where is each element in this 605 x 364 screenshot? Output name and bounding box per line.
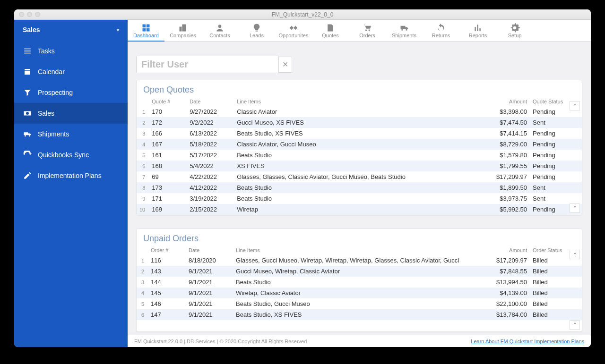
document-icon [325,23,336,33]
row-date: 9/1/2021 [186,266,233,277]
chevron-up-icon: ˄ [574,103,576,109]
list-icon [23,46,32,56]
col-quote-date: Date [187,97,234,106]
row-items: Classic Aviator, Gucci Museo [234,139,483,150]
table-row[interactable]: 51615/17/2022Beats Studio$1,579.80Pendin… [137,150,582,161]
toolbar-item-dashboard[interactable]: Dashboard [128,20,164,42]
content-scroll[interactable]: ✕ Open Quotes Quote # Date Line Items [128,42,591,335]
table-row[interactable]: 51469/1/2021Beats Studio, Gucci Museo$22… [137,298,582,309]
sidebar-item-label: Implementation Plans [38,172,102,179]
row-date: 6/13/2022 [187,128,234,139]
row-index: 9 [137,193,149,204]
table-row[interactable]: 21729/2/2022Gucci Museo, XS FIVES$7,474.… [137,117,582,128]
sidebar-item-implementation-plans[interactable]: Implementation Plans [14,165,128,186]
row-id: 173 [149,182,187,193]
table-row[interactable]: 7694/22/2022Glasses, Glasses, Classic Av… [137,171,582,182]
row-index: 6 [137,309,148,320]
sidebar-item-prospecting[interactable]: Prospecting [14,82,128,103]
row-id: 168 [149,161,187,171]
open-quotes-title: Open Quotes [137,85,582,97]
row-items: Beats Studio [234,182,483,193]
toolbar-item-setup[interactable]: Setup [496,20,533,42]
row-items: Beats Studio, XS FIVES [234,128,483,139]
quotes-scroll-up[interactable]: ˄ [570,101,580,110]
row-amount: $13,994.50 [483,277,530,288]
table-row[interactable]: 31666/13/2022Beats Studio, XS FIVES$7,41… [137,128,582,139]
close-icon: ✕ [282,60,288,69]
row-id: 146 [148,298,186,309]
toolbar-item-label: Returns [432,33,450,38]
clear-filter-button[interactable]: ✕ [279,57,292,73]
toolbar-item-returns[interactable]: Returns [423,20,459,42]
row-items: Beats Studio [234,150,483,161]
row-date: 9/1/2021 [186,298,233,309]
row-amount: $17,209.97 [483,255,530,266]
table-row[interactable]: 21439/1/2021Gucci Museo, Wiretap, Classi… [137,266,582,277]
row-items: Beats Studio, Gucci Museo [233,298,483,309]
toolbar-item-shipments[interactable]: Shipments [386,20,423,42]
table-row[interactable]: 41675/18/2022Classic Aviator, Gucci Muse… [137,139,582,150]
filter-user-input[interactable] [141,59,274,70]
filter-user-field[interactable] [136,56,279,73]
table-row[interactable]: 31449/1/2021Beats Studio$13,994.50Billed [137,277,582,288]
svg-rect-0 [143,24,146,27]
table-row[interactable]: 81734/12/2022Beats Studio$1,899.50Sent [137,182,582,193]
row-index: 6 [137,161,149,171]
row-date: 5/4/2022 [187,161,234,171]
sidebar-item-tasks[interactable]: Tasks [14,41,128,61]
sidebar-item-quickbooks-sync[interactable]: Quickbooks Sync [14,144,128,165]
row-index: 2 [137,266,148,277]
toolbar-item-quotes[interactable]: Quotes [312,20,349,42]
row-id: 116 [148,255,186,266]
toolbar-item-orders[interactable]: Orders [349,20,386,42]
toolbar-item-label: Reports [469,33,487,38]
titlebar: FM_Quickstart_v22_0_0 [14,9,591,20]
table-row[interactable]: 91713/19/2022Beats Studio$3,973.75Sent [137,193,582,204]
col-order-num: Order # [148,245,186,255]
col-order-items: Line Items [233,245,483,255]
bulb-icon [251,23,262,33]
truck-icon [23,129,32,139]
table-row[interactable]: 11709/27/2022Classic Aviator$3,398.00Pen… [137,106,582,117]
sidebar-section-selector[interactable]: Sales ▾ [14,20,128,40]
chart-icon [473,23,483,33]
toolbar-item-companies[interactable]: Companies [164,20,201,42]
unpaid-orders-panel: Unpaid Orders Order # Date Line Items Am… [136,229,582,332]
table-row[interactable]: 101692/15/2022Wiretap$5,992.50Pending [137,204,582,215]
toolbar-item-leads[interactable]: Leads [238,20,275,42]
sidebar-item-sales[interactable]: Sales [14,103,128,124]
col-quote-num: Quote # [149,97,187,106]
toolbar-item-reports[interactable]: Reports [459,20,496,42]
row-id: 69 [149,171,187,182]
table-row[interactable]: 41459/1/2021Wiretap, Classic Aviator$4,1… [137,288,582,298]
sidebar-item-calendar[interactable]: Calendar [14,61,128,82]
sidebar-item-shipments[interactable]: Shipments [14,124,128,144]
toolbar-item-contacts[interactable]: Contacts [201,20,238,42]
row-date: 3/19/2022 [187,193,234,204]
row-items: Classic Aviator [234,106,483,117]
orders-scroll-up[interactable]: ˄ [570,250,580,259]
toolbar-item-opportunites[interactable]: Opportunites [275,20,312,42]
table-row[interactable]: 61479/1/2021Beats Studio, XS FIVES$13,78… [137,309,582,320]
footer-learn-link[interactable]: Learn About FM Quickstart Implementation… [471,339,584,344]
row-id: 161 [149,150,187,161]
main-area: DashboardCompaniesContactsLeadsOpportuni… [128,20,591,347]
table-row[interactable]: 61685/4/2022XS FIVES$1,799.55Pending [137,161,582,171]
quotes-scroll-down[interactable]: ˅ [570,203,580,213]
footer: FM Quickstart 22.0.0 | DB Services | © 2… [128,335,591,347]
row-amount: $4,139.00 [483,288,530,298]
gear-icon [510,23,520,33]
orders-scroll-down[interactable]: ˅ [570,320,580,330]
table-row[interactable]: 11168/18/2020Glasses, Gucci Museo, Wiret… [137,255,582,266]
row-items: Gucci Museo, Wiretap, Classic Aviator [233,266,483,277]
sync-icon [23,150,32,160]
open-quotes-panel: Open Quotes Quote # Date Line Items Amou… [136,80,582,215]
row-index: 3 [137,277,148,288]
cart-icon [362,23,372,33]
window-title: FM_Quickstart_v22_0_0 [14,11,591,18]
toolbar-item-label: Opportunites [279,33,309,38]
toolbar-item-label: Dashboard [133,33,159,38]
chevron-down-icon: ˅ [574,322,576,328]
row-amount: $3,398.00 [483,106,530,117]
row-index: 2 [137,117,149,128]
